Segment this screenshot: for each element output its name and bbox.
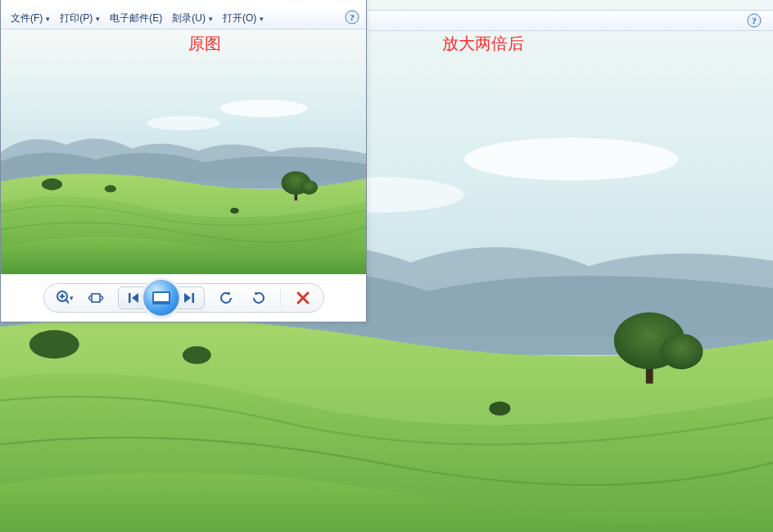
rotate-ccw-icon xyxy=(219,290,235,306)
next-button[interactable] xyxy=(176,287,201,309)
menu-print[interactable]: 打印(P) ▾ xyxy=(57,10,103,27)
svg-rect-16 xyxy=(129,293,131,303)
menu-open-label: 打开(O) xyxy=(223,11,256,25)
svg-line-12 xyxy=(66,300,69,304)
original-viewer-window: 文件(F) ▾ 打印(P) ▾ 电子邮件(E) 刻录(U) ▾ 打开(O) ▾ xyxy=(0,0,367,322)
svg-rect-15 xyxy=(92,294,100,302)
chevron-down-icon: ▾ xyxy=(209,15,213,23)
zoomed-toolbar xyxy=(368,10,773,31)
titlebar-fragment xyxy=(1,0,366,8)
menu-burn[interactable]: 刻录(U) ▾ xyxy=(169,10,216,27)
zoom-icon xyxy=(56,290,69,306)
control-pill: ▾ xyxy=(43,283,324,313)
slideshow-icon xyxy=(152,291,170,304)
zoom-button[interactable]: ▾ xyxy=(56,289,74,307)
nav-group xyxy=(118,286,205,309)
annotation-zoomed: 放大两倍后 xyxy=(442,33,524,55)
fit-to-window-icon xyxy=(88,291,104,305)
original-image xyxy=(1,29,366,275)
rotate-cw-button[interactable] xyxy=(249,289,267,307)
previous-icon xyxy=(127,291,142,304)
chevron-down-icon: ▾ xyxy=(70,294,74,302)
menu-file-label: 文件(F) xyxy=(11,11,43,25)
menu-bar: 文件(F) ▾ 打印(P) ▾ 电子邮件(E) 刻录(U) ▾ 打开(O) ▾ xyxy=(1,8,366,29)
rotate-cw-icon xyxy=(250,290,266,306)
chevron-down-icon: ▾ xyxy=(46,15,50,23)
menu-email[interactable]: 电子邮件(E) xyxy=(106,10,165,27)
menu-file[interactable]: 文件(F) ▾ xyxy=(7,10,53,27)
slideshow-button[interactable] xyxy=(143,280,179,316)
chevron-down-icon: ▾ xyxy=(96,15,100,23)
delete-button[interactable] xyxy=(294,289,312,307)
delete-icon xyxy=(296,291,310,305)
annotation-original: 原图 xyxy=(188,33,221,55)
menu-burn-label: 刻录(U) xyxy=(172,11,206,25)
rotate-ccw-button[interactable] xyxy=(218,289,236,307)
next-icon xyxy=(181,291,196,304)
help-icon[interactable] xyxy=(747,13,762,31)
chevron-down-icon: ▾ xyxy=(260,15,264,23)
help-icon[interactable] xyxy=(345,10,359,27)
viewer-controls: ▾ xyxy=(1,274,366,322)
menu-email-label: 电子邮件(E) xyxy=(110,11,162,25)
svg-rect-17 xyxy=(192,293,194,303)
menu-open[interactable]: 打开(O) ▾ xyxy=(219,10,267,27)
separator xyxy=(280,289,281,307)
menu-print-label: 打印(P) xyxy=(60,11,93,25)
fit-button[interactable] xyxy=(87,289,105,307)
